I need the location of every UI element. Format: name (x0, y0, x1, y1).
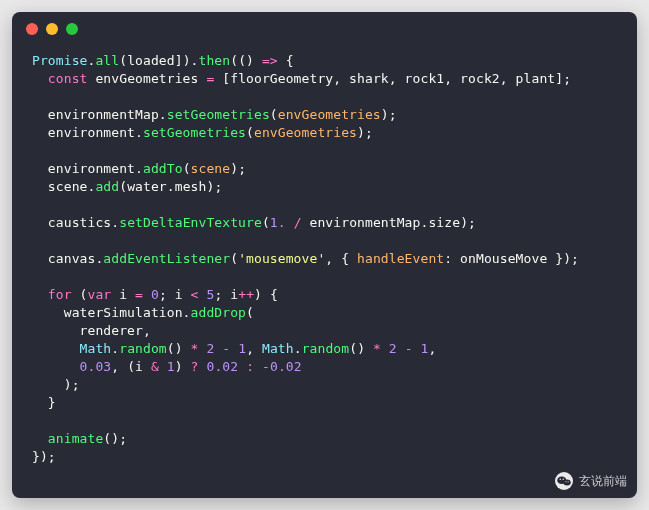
svg-point-3 (560, 478, 562, 480)
code-token: water (127, 179, 167, 194)
code-token: const (48, 71, 88, 86)
code-token: , (143, 323, 151, 338)
code-token: 1 (421, 341, 429, 356)
code-token: 0 (151, 287, 159, 302)
code-token: } (32, 395, 56, 410)
code-token: - (405, 341, 413, 356)
code-token (32, 431, 48, 446)
code-token (32, 341, 80, 356)
code-token: 0.02 (270, 359, 302, 374)
code-token (183, 287, 191, 302)
code-token: . (183, 305, 191, 320)
code-token: environmentMap (32, 107, 159, 122)
code-token: 1 (238, 341, 246, 356)
code-token: ( (262, 215, 270, 230)
code-token: }); (32, 449, 56, 464)
code-token: add (95, 179, 119, 194)
code-token: ) (246, 53, 262, 68)
code-token: animate (48, 431, 104, 446)
code-token: (); (103, 431, 127, 446)
code-token: i (111, 287, 135, 302)
code-token: setGeometries (143, 125, 246, 140)
code-token: canvas (32, 251, 95, 266)
code-token: envGeometries (254, 125, 357, 140)
code-token: 0.03 (80, 359, 112, 374)
code-token: ( (230, 251, 238, 266)
code-token: ); (357, 125, 373, 140)
code-token: Math (262, 341, 294, 356)
watermark: 玄说前端 (555, 472, 627, 490)
code-token: < (191, 287, 199, 302)
code-token: , (429, 341, 437, 356)
code-token: i (135, 359, 143, 374)
code-token: plant (516, 71, 556, 86)
code-token: 0.02 (206, 359, 238, 374)
code-token: . (135, 125, 143, 140)
code-token (230, 341, 238, 356)
code-token: . (159, 107, 167, 122)
code-token (32, 359, 80, 374)
code-token: , (500, 71, 516, 86)
code-token (381, 341, 389, 356)
code-token: ( (270, 107, 278, 122)
code-token: 'mousemove' (238, 251, 325, 266)
code-token: environment (32, 161, 135, 176)
code-token: renderer (32, 323, 143, 338)
code-token (238, 359, 246, 374)
code-token: ; (214, 287, 230, 302)
code-token: envGeometries (278, 107, 381, 122)
code-token: () (349, 341, 373, 356)
maximize-icon[interactable] (66, 23, 78, 35)
code-token: i (175, 287, 183, 302)
code-token: ) (175, 359, 191, 374)
code-token: handleEvent (357, 251, 444, 266)
code-window: Promise.all(loaded]).then(() => { const … (12, 12, 637, 498)
code-token: environment (32, 125, 135, 140)
code-token: for (48, 287, 72, 302)
code-token: waterSimulation (32, 305, 183, 320)
code-token: rock2 (460, 71, 500, 86)
code-content: Promise.all(loaded]).then(() => { const … (12, 46, 637, 480)
code-token: : (246, 359, 254, 374)
code-token: , (389, 71, 405, 86)
code-token: random (119, 341, 167, 356)
code-token: }); (547, 251, 579, 266)
code-token: , { (325, 251, 357, 266)
window-titlebar (12, 12, 637, 46)
wechat-icon (555, 472, 573, 490)
code-token: envGeometries (88, 71, 207, 86)
code-token: setDeltaEnvTexture (119, 215, 262, 230)
code-token: ); (381, 107, 397, 122)
code-token: ( (246, 125, 254, 140)
svg-point-6 (568, 481, 569, 482)
code-token: ); (230, 161, 246, 176)
code-token: ++ (238, 287, 254, 302)
code-token: environmentMap. (302, 215, 429, 230)
minimize-icon[interactable] (46, 23, 58, 35)
code-token (254, 359, 262, 374)
code-token: : (444, 251, 460, 266)
code-token: ? (191, 359, 199, 374)
code-token: Promise (32, 53, 88, 68)
svg-point-4 (563, 478, 565, 480)
code-token: { (278, 53, 294, 68)
code-token (286, 215, 294, 230)
code-token: shark (349, 71, 389, 86)
code-token: addEventListener (103, 251, 230, 266)
code-token: . (135, 161, 143, 176)
code-token: / (294, 215, 302, 230)
code-token: . (167, 179, 175, 194)
code-token (143, 359, 151, 374)
close-icon[interactable] (26, 23, 38, 35)
code-token: scene (191, 161, 231, 176)
code-token: => (262, 53, 278, 68)
code-token: , (444, 71, 460, 86)
code-token: * (373, 341, 381, 356)
code-token: scene (32, 179, 88, 194)
code-token: all (95, 53, 119, 68)
code-token: & (151, 359, 159, 374)
code-token: floorGeometry (230, 71, 333, 86)
code-token: 2 (389, 341, 397, 356)
code-token: , (333, 71, 349, 86)
code-token: ( (72, 287, 88, 302)
